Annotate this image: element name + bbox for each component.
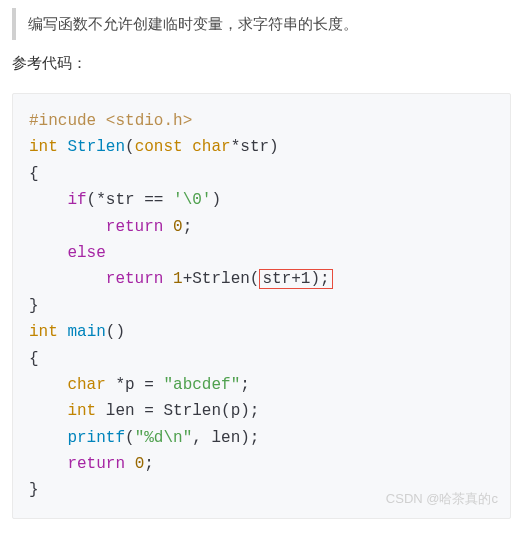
code-token: ( [125,138,135,156]
code-token: char [192,138,230,156]
code-token: } [29,297,39,315]
code-token: "abcdef" [163,376,240,394]
code-token: '\0' [173,191,211,209]
code-token: int [67,402,96,420]
code-token: int [29,323,58,341]
code-token: const [135,138,183,156]
code-token: 0 [135,455,145,473]
code-token: , len); [192,429,259,447]
code-token: <stdio.h> [106,112,192,130]
code-token: int [29,138,58,156]
code-token: else [67,244,105,262]
code-token: (*str == [87,191,173,209]
code-token: () [106,323,125,341]
code-token: ; [183,218,193,236]
code-token: *str) [231,138,279,156]
code-token: char [67,376,105,394]
code-token: +Strlen( [183,270,260,288]
code-block: #incude <stdio.h> int Strlen(const char*… [12,93,511,519]
code-token: ; [240,376,250,394]
code-token: { [29,165,39,183]
code-token: return [67,455,125,473]
code-token: Strlen [67,138,125,156]
code-token: ( [125,429,135,447]
code-token: *p = [106,376,164,394]
code-token: 1 [173,270,183,288]
code-token: } [29,481,39,499]
code-token: ) [211,191,221,209]
code-token: main [67,323,105,341]
code-token: return [106,270,164,288]
code-token: len = Strlen(p); [96,402,259,420]
code-token: return [106,218,164,236]
code-token: ; [144,455,154,473]
code-token: #incude [29,112,96,130]
code-token: { [29,350,39,368]
code-token: "%d\n" [135,429,193,447]
highlighted-param: str+1); [259,269,332,289]
section-label: 参考代码： [12,54,511,73]
code-token: printf [67,429,125,447]
quote-block: 编写函数不允许创建临时变量，求字符串的长度。 [12,8,511,40]
watermark: CSDN @哈茶真的c [386,488,498,509]
code-token: str+1); [262,270,329,288]
code-token: 0 [173,218,183,236]
code-token: if [67,191,86,209]
quote-text: 编写函数不允许创建临时变量，求字符串的长度。 [28,15,358,32]
